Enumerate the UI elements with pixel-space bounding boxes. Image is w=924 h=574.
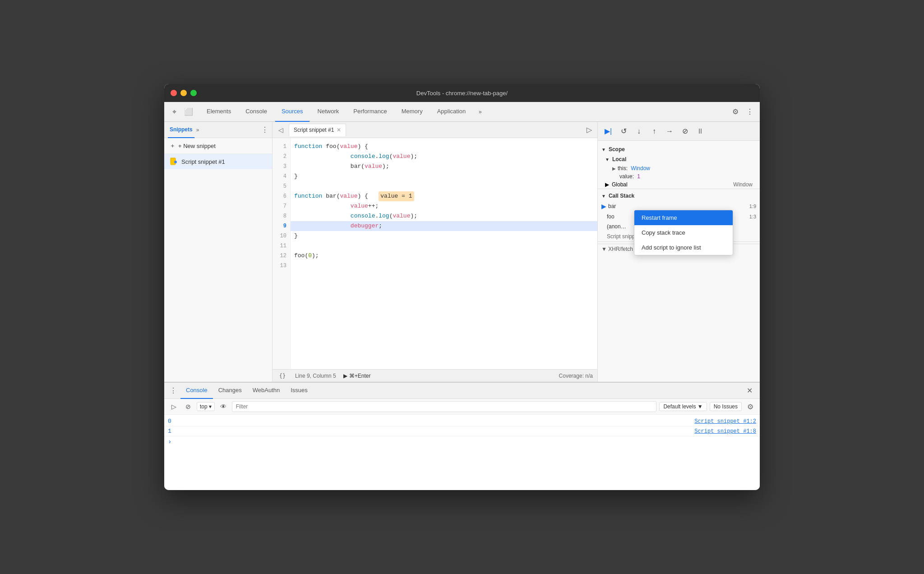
nav-icons: ⌖ ⬜ [168, 106, 195, 118]
console-menu-btn[interactable]: ⋮ [168, 385, 179, 396]
console-tab-webauthn[interactable]: WebAuthn [247, 383, 285, 399]
scope-section: ▼ Scope ▼ Local ▶ this: Window value: [598, 144, 760, 189]
right-panel-content: ▼ Scope ▼ Local ▶ this: Window value: [598, 141, 760, 382]
top-nav: ⌖ ⬜ Elements Console Sources Network Per… [164, 102, 760, 122]
code-line-12: foo(0); [291, 251, 597, 261]
console-settings-btn[interactable]: ⚙ [744, 401, 756, 412]
svg-point-2 [174, 161, 177, 163]
console-source-1[interactable]: Script snippet #1:8 [694, 428, 756, 435]
context-menu-restart-frame[interactable]: Restart frame [634, 210, 733, 225]
console-val-1: 1 [168, 428, 181, 435]
tab-network[interactable]: Network [311, 102, 346, 122]
nav-right-actions: ⚙ ⋮ [729, 106, 756, 118]
run-snippet-tab-btn[interactable]: ▷ [583, 124, 596, 136]
console-block-btn[interactable]: ⊘ [182, 401, 194, 412]
prompt-icon: › [168, 438, 171, 445]
window-title: DevTools - chrome://new-tab-page/ [416, 90, 508, 97]
console-output-line-1: 1 Script snippet #1:8 [164, 426, 760, 436]
tab-console[interactable]: Console [239, 102, 273, 122]
device-toolbar-btn[interactable]: ⬜ [182, 106, 195, 118]
left-sidebar: Snippets » ⋮ ＋ + New snippet Script snip… [164, 122, 273, 382]
step-into-btn[interactable]: ↓ [632, 125, 646, 138]
tab-application[interactable]: Application [431, 102, 472, 122]
scope-label: Scope [609, 146, 625, 153]
more-tabs-sidebar-btn[interactable]: » [196, 127, 199, 133]
pause-on-exceptions-btn[interactable]: ⏸ [693, 125, 707, 138]
tab-elements[interactable]: Elements [200, 102, 237, 122]
scope-this: ▶ this: Window [598, 164, 760, 172]
ln-13: 13 [273, 261, 290, 271]
settings-btn[interactable]: ⚙ [729, 106, 742, 118]
resume-btn[interactable]: ▶| [601, 125, 615, 138]
top-select[interactable]: top ▾ [197, 402, 215, 411]
cursor-icon-btn[interactable]: ⌖ [168, 106, 180, 118]
scope-value: value: 1 [598, 172, 760, 181]
step-over-btn[interactable]: ↺ [617, 125, 630, 138]
editor-tab-snippet1[interactable]: Script snippet #1 ✕ [289, 124, 346, 136]
minimize-button[interactable] [180, 90, 187, 96]
more-options-btn[interactable]: ⋮ [744, 106, 756, 118]
console-tab-console[interactable]: Console [180, 383, 213, 399]
run-snippet-btn[interactable]: ▶ ⌘+Enter [343, 373, 371, 379]
local-arrow: ▼ [605, 157, 610, 162]
toggle-sidebar-btn[interactable]: ◁ [274, 124, 287, 136]
step-btn[interactable]: → [663, 125, 676, 138]
step-out-btn[interactable]: ↑ [647, 125, 661, 138]
global-arrow: ▶ [605, 181, 609, 188]
console-output-line-0: 0 Script snippet #1:2 [164, 417, 760, 426]
console-toolbar: ▷ ⊘ top ▾ 👁 Default levels ▼ No Issues ⚙ [164, 399, 760, 415]
this-key: this: [618, 165, 629, 171]
code-line-5 [291, 181, 597, 191]
value-key: value: [619, 173, 635, 180]
devtools-window: DevTools - chrome://new-tab-page/ ⌖ ⬜ El… [164, 84, 760, 490]
more-tabs-btn[interactable]: » [474, 106, 486, 118]
console-eye-btn[interactable]: 👁 [217, 401, 229, 412]
new-snippet-button[interactable]: ＋ + New snippet [164, 138, 272, 154]
no-issues-btn[interactable]: No Issues [710, 402, 742, 411]
editor-tab-close-btn[interactable]: ✕ [337, 127, 341, 133]
snippet-item[interactable]: Script snippet #1 [164, 154, 272, 169]
snippets-tab[interactable]: Snippets [168, 122, 194, 138]
console-filter-input[interactable] [232, 401, 657, 412]
bottom-panel: ⋮ Console Changes WebAuthn Issues ✕ ▷ ⊘ … [164, 382, 760, 490]
run-shortcut: ⌘+Enter [349, 373, 371, 379]
console-tab-changes[interactable]: Changes [213, 383, 247, 399]
tab-sources[interactable]: Sources [275, 102, 310, 122]
local-header[interactable]: ▼ Local [598, 154, 760, 164]
coverage-label: Coverage: n/a [559, 373, 593, 379]
scope-arrow: ▼ [601, 147, 606, 152]
console-output: 0 Script snippet #1:2 1 Script snippet #… [164, 415, 760, 490]
cursor-position: Line 9, Column 5 [295, 373, 336, 379]
code-editor[interactable]: 1 2 3 4 5 6 7 8 9 10 11 12 13 function [273, 138, 597, 369]
format-code-btn[interactable]: {} [277, 370, 288, 381]
close-button[interactable] [171, 90, 177, 96]
top-select-label: top [200, 403, 208, 410]
global-row[interactable]: ▶ Global Window [598, 181, 760, 189]
tab-performance[interactable]: Performance [347, 102, 393, 122]
maximize-button[interactable] [190, 90, 197, 96]
status-bar: {} Line 9, Column 5 ▶ ⌘+Enter Coverage: … [273, 369, 597, 382]
ln-1: 1 [273, 142, 290, 152]
context-menu-copy-stack[interactable]: Copy stack trace [634, 225, 733, 240]
console-close-btn[interactable]: ✕ [743, 386, 756, 395]
default-levels-label: Default levels ▼ [663, 403, 702, 410]
console-tab-issues[interactable]: Issues [285, 383, 313, 399]
ln-11: 11 [273, 241, 290, 251]
tab-memory[interactable]: Memory [395, 102, 429, 122]
context-menu-add-ignore[interactable]: Add script to ignore list [634, 240, 733, 255]
console-prompt[interactable]: › [164, 436, 760, 447]
scope-header[interactable]: ▼ Scope [598, 144, 760, 154]
ln-6: 6 [273, 191, 290, 201]
plus-icon: ＋ [170, 142, 176, 150]
console-source-0[interactable]: Script snippet #1:2 [694, 418, 756, 425]
snippet-file-icon [170, 157, 178, 166]
console-run-btn[interactable]: ▷ [168, 401, 180, 412]
active-frame-indicator: ▶ [601, 203, 606, 210]
code-line-9: debugger; [291, 221, 597, 231]
deactivate-breakpoints-btn[interactable]: ⊘ [678, 125, 692, 138]
console-val-0: 0 [168, 418, 181, 425]
callstack-header[interactable]: ▼ Call Stack [598, 191, 760, 201]
run-icon: ▶ [343, 373, 347, 379]
default-levels-btn[interactable]: Default levels ▼ [659, 402, 707, 411]
sidebar-menu-btn[interactable]: ⋮ [261, 125, 268, 134]
